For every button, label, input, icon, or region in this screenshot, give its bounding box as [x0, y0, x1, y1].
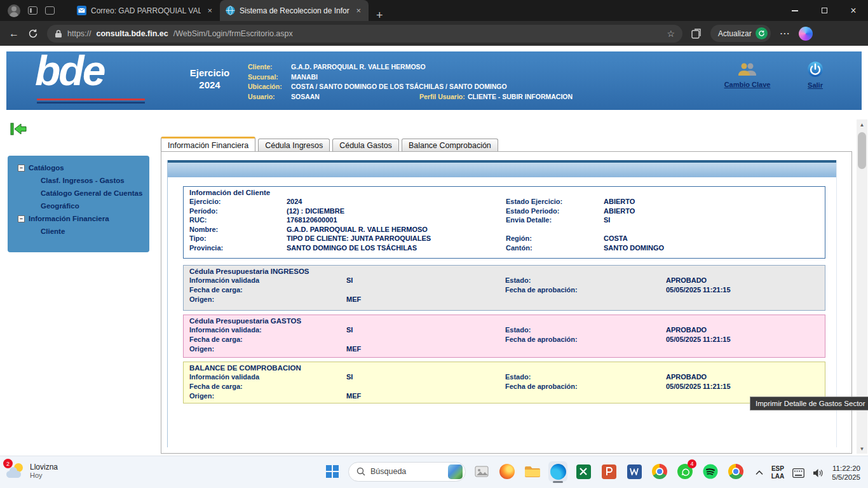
- volume-icon[interactable]: [813, 468, 824, 478]
- taskbar-app-chrome-2[interactable]: [726, 461, 745, 482]
- tab-informacion-financiera[interactable]: Información Financiera: [161, 137, 255, 152]
- tab-label: Cédula Ingresos: [265, 141, 323, 150]
- client-info-box: Información del Cliente Ejercicio:2024Es…: [183, 186, 825, 259]
- taskbar-app-excel[interactable]: [574, 461, 593, 482]
- search-placeholder: Búsqueda: [370, 467, 443, 476]
- field-label: [505, 392, 666, 400]
- web-page: bde Ejercicio 2024 Cliente:G.A.D. PARROQ…: [0, 46, 868, 456]
- taskbar-app-powerpoint[interactable]: [599, 461, 618, 482]
- field-label: Cliente:: [248, 63, 291, 71]
- workspaces-icon[interactable]: [28, 6, 37, 15]
- refresh-button[interactable]: [28, 29, 38, 39]
- sidebar-item-geografico[interactable]: Geográfico: [8, 200, 149, 212]
- sidebar-item-cliente[interactable]: Cliente: [8, 225, 149, 238]
- extension-badge-icon: [756, 27, 768, 39]
- tab-cedula-ingresos[interactable]: Cédula Ingresos: [258, 139, 330, 152]
- taskbar-app-whatsapp[interactable]: 4: [675, 461, 695, 482]
- section-grid: Información validadaSIEstado:APROBADO Fe…: [189, 276, 819, 303]
- search-box[interactable]: Búsqueda: [348, 462, 466, 482]
- tab-close-icon[interactable]: ×: [205, 6, 214, 15]
- touch-keyboard-icon[interactable]: [792, 468, 804, 478]
- scrollbar-thumb[interactable]: [858, 132, 866, 169]
- field-value: [666, 295, 819, 303]
- maximize-button[interactable]: [810, 0, 839, 21]
- taskbar-app-word[interactable]: [625, 461, 644, 482]
- field-value: SI: [346, 326, 505, 334]
- field-value: SANTO DOMINGO: [604, 244, 819, 252]
- field-value: G.A.D. PARROQUIAL R. VALLE HERMOSO: [287, 226, 506, 233]
- new-tab-button[interactable]: +: [376, 10, 383, 21]
- field-value: (12) : DICIEMBRE: [287, 207, 506, 215]
- taskbar-center: Búsqueda 4: [323, 461, 745, 482]
- salir-link[interactable]: Salir: [798, 61, 832, 89]
- field-value: MEF: [346, 392, 505, 400]
- taskbar-app-chrome[interactable]: [650, 461, 669, 482]
- field-label: Período:: [189, 207, 287, 215]
- weather-widget[interactable]: 2 Llovizna Hoy: [6, 462, 58, 480]
- profile-avatar[interactable]: [8, 4, 20, 17]
- chrome-icon: [652, 464, 667, 479]
- taskbar-app-photos[interactable]: [472, 461, 491, 482]
- collections-icon[interactable]: [691, 29, 702, 39]
- browser-tab-sistema[interactable]: Sistema de Recoleccion de Inform ×: [220, 0, 369, 21]
- field-label: Ubicación:: [248, 83, 291, 90]
- bde-logo: bde: [35, 46, 104, 95]
- tab-close-icon[interactable]: ×: [354, 6, 363, 15]
- search-highlight-image[interactable]: [448, 464, 463, 479]
- taskbar-app-edge[interactable]: [548, 461, 567, 482]
- address-bar[interactable]: https://consulta.bde.fin.ec/WebSim/Login…: [47, 25, 682, 43]
- clock[interactable]: 11:22:20 5/5/2025: [832, 464, 860, 482]
- sidebar-item-informacion-financiera[interactable]: − Información Financiera: [8, 212, 149, 225]
- tray-overflow-chevron-icon[interactable]: [756, 470, 763, 475]
- tab-balance-comprobacion[interactable]: Balance Comprobación: [402, 139, 498, 152]
- language-indicator[interactable]: ESP LAA: [771, 465, 785, 480]
- field-label: Fecha de aprobación:: [505, 383, 666, 390]
- scroll-down-icon[interactable]: ▼: [857, 444, 867, 454]
- sidebar-item-clasf-ingresos-gastos[interactable]: Clasf. Ingresos - Gastos: [8, 174, 149, 187]
- actualizar-label: Actualizar: [718, 29, 752, 38]
- field-label: Fecha de aprobación:: [505, 286, 666, 294]
- client-summary: Cliente:G.A.D. PARROQUIAL R. VALLE HERMO…: [248, 63, 573, 102]
- users-icon: [736, 62, 758, 77]
- taskbar-app-explorer[interactable]: [523, 461, 542, 482]
- section-cedula-gastos: Cédula Presupuestaria GASTOS Información…: [183, 315, 825, 358]
- close-button[interactable]: ×: [839, 0, 868, 21]
- tab-cedula-gastos[interactable]: Cédula Gastos: [332, 139, 399, 152]
- chrome-icon-2: [728, 464, 743, 479]
- settings-menu-icon[interactable]: ⋯: [780, 29, 790, 39]
- browser-tab-mail[interactable]: Correo: GAD PARROQUIAL VALLE ×: [71, 0, 220, 21]
- sidebar-item-catalogos[interactable]: − Catálogos: [8, 161, 149, 174]
- field-label: Estado Periodo:: [506, 207, 604, 215]
- cambio-clave-link[interactable]: Cambio Clave: [718, 62, 776, 88]
- field-value: 1768120600001: [287, 216, 506, 224]
- collapse-icon[interactable]: −: [18, 165, 25, 172]
- tab-actions-icon[interactable]: [45, 6, 55, 15]
- field-label: Provincia:: [189, 244, 287, 252]
- taskbar-app-firefox[interactable]: [498, 461, 517, 482]
- actualizar-extension-button[interactable]: Actualizar: [710, 25, 771, 42]
- taskbar-app-spotify[interactable]: [701, 461, 720, 482]
- clock-time: 11:22:20: [832, 464, 860, 473]
- whatsapp-badge: 4: [688, 459, 696, 468]
- file-explorer-icon: [524, 464, 541, 478]
- browser-toolbar: ← https://consulta.bde.fin.ec/WebSim/Log…: [0, 21, 868, 46]
- minimize-button[interactable]: [780, 0, 810, 21]
- ejercicio-label: Ejercicio: [190, 67, 230, 78]
- field-label: Información validada: [189, 276, 346, 284]
- back-arrow-icon[interactable]: [10, 122, 27, 136]
- favorite-star-icon[interactable]: ☆: [667, 29, 675, 39]
- field-value: APROBADO: [666, 326, 819, 334]
- scroll-up-icon[interactable]: ▲: [857, 119, 867, 130]
- field-value: 2024: [287, 198, 506, 205]
- copilot-icon[interactable]: [799, 27, 813, 41]
- client-info-grid: Ejercicio:2024Estado Ejercicio:ABIERTO P…: [189, 198, 819, 252]
- collapse-icon[interactable]: −: [18, 215, 25, 222]
- clock-date: 5/5/2025: [832, 473, 860, 482]
- field-value: ABIERTO: [604, 198, 819, 205]
- word-icon: [627, 464, 642, 479]
- start-button[interactable]: [323, 461, 342, 482]
- spotify-icon: [703, 464, 718, 479]
- field-label: Información validada: [189, 373, 346, 381]
- sidebar-item-catalogo-general[interactable]: Catálogo General de Cuentas: [8, 187, 149, 200]
- back-button[interactable]: ←: [9, 29, 19, 39]
